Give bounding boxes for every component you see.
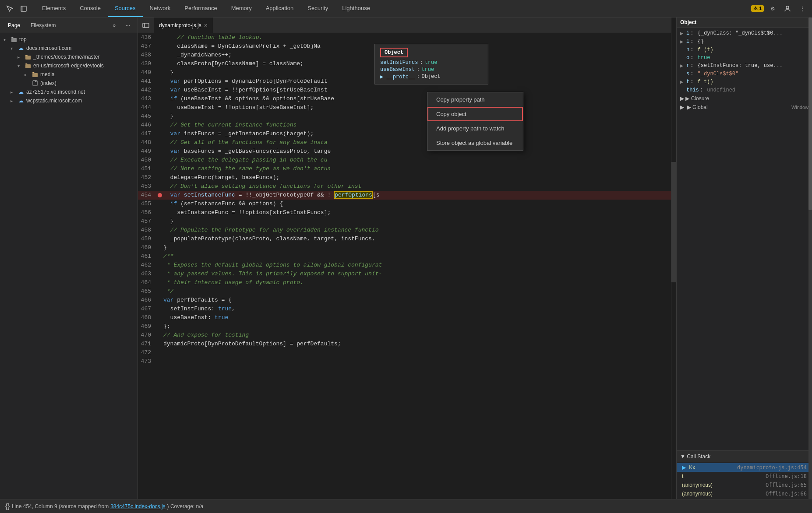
tree-item-themes[interactable]: ▸ _themes/docs.theme/master [0, 53, 138, 61]
tree-item-en-us[interactable]: ▾ en-us/microsoft-edge/devtools [0, 61, 138, 70]
settings-icon[interactable]: ⚙ [766, 3, 779, 15]
callstack-row-kx[interactable]: ▶ Kx dynamicproto-js.js:454 [677, 463, 812, 472]
code-line[interactable]: 473 [138, 357, 671, 366]
code-line[interactable]: 459 _populatePrototype(classProto, class… [138, 235, 671, 243]
breakpoint-indicator[interactable] [156, 148, 163, 155]
code-line[interactable]: 466var perfDefaults = { [138, 296, 671, 305]
scope-row-n[interactable]: n : f (t) [677, 46, 812, 54]
code-line[interactable]: 440 } [138, 68, 671, 77]
breakpoint-indicator[interactable] [156, 209, 163, 216]
code-line[interactable]: 441 var perfOptions = dynamicProto[DynPr… [138, 77, 671, 86]
scope-row-s[interactable]: s : "_dynCls$t$0" [677, 70, 812, 78]
global-section[interactable]: ▶ ▶ Global Window [677, 103, 812, 112]
sidebar-dots-button[interactable]: ··· [122, 19, 134, 32]
breakpoint-indicator[interactable] [156, 69, 163, 76]
breakpoint-indicator[interactable] [156, 323, 163, 330]
code-line[interactable]: 469}; [138, 322, 671, 331]
breakpoint-indicator[interactable] [156, 279, 163, 286]
breakpoint-indicator[interactable] [156, 349, 163, 356]
breakpoint-indicator[interactable] [156, 139, 163, 146]
code-line[interactable]: 471dynamicProto[DynProtoDefaultOptions] … [138, 340, 671, 348]
code-line[interactable]: 443 if (useBaseInst && options && option… [138, 95, 671, 103]
code-line[interactable]: 470// And expose for testing [138, 331, 671, 340]
tab-application[interactable]: Application [259, 0, 301, 17]
code-line[interactable]: 438 _dynamicNames++; [138, 51, 671, 60]
breakpoint-indicator[interactable] [156, 297, 163, 304]
code-line[interactable]: 457 } [138, 217, 671, 226]
warning-badge[interactable]: ⚠ 1 [751, 5, 764, 12]
breakpoint-indicator[interactable] [156, 288, 163, 295]
breakpoint-indicator[interactable] [156, 113, 163, 120]
code-line[interactable]: 451 // Note casting the same type as we … [138, 165, 671, 173]
breakpoint-indicator[interactable] [156, 60, 163, 67]
breakpoint-indicator[interactable] [156, 95, 163, 102]
tab-elements[interactable]: Elements [35, 0, 73, 17]
callstack-row-t[interactable]: t Offline.js:18 [677, 472, 812, 481]
scope-row-this[interactable]: this : undefined [677, 86, 812, 94]
code-line[interactable]: 453 // Don't allow setting instance func… [138, 182, 671, 191]
right-scrollbar[interactable] [808, 18, 812, 499]
dock-icon[interactable] [18, 3, 30, 15]
tree-item-az725175[interactable]: ▸ ☁ az725175.vo.msecnd.net [0, 88, 138, 96]
sidebar-tab-filesystem[interactable]: Filesystem [26, 21, 60, 30]
scope-row-i[interactable]: ▶ i : {_dynClass: "_dynCls$t$0... [677, 29, 812, 38]
code-line[interactable]: 436 // function table lookup. [138, 33, 671, 42]
code-line[interactable]: 462 * Exposes the default global options… [138, 261, 671, 270]
sidebar-tab-page[interactable]: Page [4, 21, 25, 30]
breakpoint-indicator[interactable] [156, 174, 163, 181]
scope-row-r[interactable]: ▶ r : {setInstFuncs: true, use... [677, 62, 812, 70]
breakpoint-indicator[interactable] [156, 358, 163, 365]
code-line[interactable]: 461/** [138, 252, 671, 261]
code-line[interactable]: 468 useBaseInst: true [138, 313, 671, 322]
code-line[interactable]: 464 * their internal usage of dynamic pr… [138, 278, 671, 287]
code-line[interactable]: 452 delegateFunc(target, baseFuncs); [138, 173, 671, 182]
toggle-sidebar-button[interactable] [140, 19, 152, 32]
sidebar-more-button[interactable]: » [110, 21, 118, 29]
tab-lighthouse[interactable]: Lighthouse [335, 0, 377, 17]
breakpoint-indicator[interactable] [156, 78, 163, 85]
code-line[interactable]: 458 // Populate the Prototype for any ov… [138, 226, 671, 235]
breakpoint-indicator[interactable] [156, 200, 163, 207]
code-line[interactable]: 446 // Get the current instance function… [138, 121, 671, 130]
tree-item-docs-microsoft[interactable]: ▾ ☁ docs.microsoft.com [0, 44, 138, 53]
breakpoint-indicator[interactable] [156, 122, 163, 129]
code-line[interactable]: 439 classProto[DynClassName] = className… [138, 60, 671, 68]
scope-row-o[interactable]: o : true [677, 54, 812, 62]
code-line[interactable]: 450 // Execute the delegate passing in b… [138, 156, 671, 165]
tree-item-top[interactable]: ▾ top [0, 35, 138, 44]
tab-network[interactable]: Network [143, 0, 178, 17]
callstack-header[interactable]: ▼ Call Stack [677, 451, 812, 462]
breakpoint-indicator[interactable] [156, 130, 163, 137]
code-line[interactable]: 444 useBaseInst = !!options[strUseBaseIn… [138, 103, 671, 112]
breakpoint-indicator[interactable] [156, 52, 163, 59]
breakpoint-indicator[interactable] [156, 262, 163, 269]
code-line[interactable]: 455 if (setInstanceFunc && options) { [138, 200, 671, 208]
editor-tab-dynamicproto[interactable]: dynamicproto-js.js × [154, 18, 213, 33]
code-line[interactable]: 437 className = DynClassNamePrefix + _ge… [138, 42, 671, 51]
breakpoint-indicator[interactable] [156, 271, 163, 278]
status-link[interactable]: 384c475c.index-docs.js [110, 503, 165, 509]
scope-row-l[interactable]: ▶ l : {} [677, 38, 812, 46]
breakpoint-indicator[interactable] [156, 157, 163, 164]
profiles-icon[interactable] [781, 3, 794, 15]
breakpoint-indicator[interactable] [156, 244, 163, 251]
breakpoint-indicator[interactable] [156, 227, 163, 234]
breakpoint-indicator[interactable] [156, 341, 163, 348]
code-line[interactable]: 442 var useBaseInst = !!perfOptions[strU… [138, 86, 671, 95]
breakpoint-indicator[interactable] [156, 104, 163, 111]
closure-section[interactable]: ▶ ▶ Closure [677, 94, 812, 103]
tree-item-index[interactable]: (index) [0, 79, 138, 88]
code-line[interactable]: 467 setInstFuncs: true, [138, 305, 671, 313]
tab-sources[interactable]: Sources [108, 0, 143, 17]
code-line[interactable]: 449 var baseFuncs = _getBaseFuncs(classP… [138, 147, 671, 156]
breakpoint-indicator[interactable] [156, 165, 163, 172]
breakpoint-indicator[interactable] [156, 253, 163, 260]
code-line[interactable]: 447 var instFuncs = _getInstanceFuncs(ta… [138, 130, 671, 138]
tree-item-wcpstatic[interactable]: ▸ ☁ wcpstatic.microsoft.com [0, 96, 138, 105]
code-container[interactable]: 436 // function table lookup.437 classNa… [138, 33, 671, 499]
code-line[interactable]: 463 * any passed values. This is primari… [138, 270, 671, 278]
tab-memory[interactable]: Memory [224, 0, 259, 17]
code-line[interactable]: 465 */ [138, 287, 671, 296]
code-line[interactable]: 445 } [138, 112, 671, 121]
code-line[interactable]: 454 var setInstanceFunc = !!_objGetProto… [138, 191, 671, 200]
